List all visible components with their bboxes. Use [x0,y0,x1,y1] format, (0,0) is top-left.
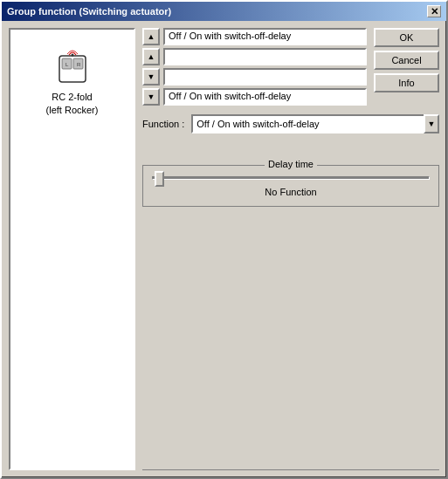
device-label: RC 2-fold (left Rocker) [46,91,99,118]
delay-slider-thumb[interactable] [155,171,164,187]
function-row: Function : Off / On with switch-off-dela… [142,114,439,133]
field-2 [163,48,367,65]
up-arrow-button-1[interactable]: ▲ [142,28,160,45]
down-arrow-button-1[interactable]: ▼ [142,68,160,86]
slider-wrapper [152,176,430,180]
up-arrow-button-2[interactable]: ▲ [142,48,160,65]
action-buttons: OK Cancel Info [374,28,439,106]
function-label: Function : [142,119,184,129]
window-title: Group function (Switching actuator) [7,6,171,17]
up-arrow-icon-1: ▲ [148,32,155,41]
down-arrow-button-2[interactable]: ▼ [142,88,160,106]
controls-area: ▲ Off / On with switch-off-delay ▲ [142,28,367,106]
delay-slider-track [152,176,430,180]
right-panel: ▲ Off / On with switch-off-delay ▲ [142,28,439,470]
field-3 [163,68,367,86]
no-function-label: No Function [152,187,430,197]
function-select[interactable]: Off / On with switch-off-delay On Off To… [191,114,439,133]
row-1: ▲ Off / On with switch-off-delay [142,28,367,45]
title-bar: Group function (Switching actuator) ✕ [2,2,446,21]
left-panel: L R RC 2-fold (left Rocker) [9,28,135,470]
bottom-separator [142,469,439,470]
close-button[interactable]: ✕ [427,5,441,17]
svg-point-5 [71,54,73,57]
delay-legend: Delay time [265,159,317,169]
main-window: Group function (Switching actuator) ✕ L … [0,0,448,479]
top-section: ▲ Off / On with switch-off-delay ▲ [142,28,439,106]
delay-container: Delay time No Function [142,165,439,207]
field-1: Off / On with switch-off-delay [163,28,367,45]
svg-text:R: R [77,62,81,67]
down-arrow-icon-1: ▼ [148,72,155,81]
up-arrow-icon-2: ▲ [148,52,155,61]
info-button[interactable]: Info [374,73,439,92]
row-2: ▲ [142,48,367,65]
device-icon: L R [46,43,99,86]
down-arrow-icon-2: ▼ [148,92,155,101]
window-content: L R RC 2-fold (left Rocker) [2,21,446,477]
row-3: ▼ [142,68,367,86]
function-select-wrapper: Off / On with switch-off-delay On Off To… [191,114,439,133]
cancel-button[interactable]: Cancel [374,51,439,70]
dropdown-arrow-icon: ▼ [424,114,439,133]
ok-button[interactable]: OK [374,28,439,47]
row-4: ▼ Off / On with switch-off-delay [142,88,367,106]
field-4: Off / On with switch-off-delay [163,88,367,106]
